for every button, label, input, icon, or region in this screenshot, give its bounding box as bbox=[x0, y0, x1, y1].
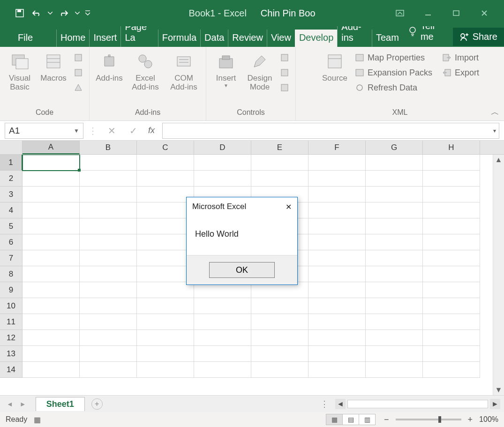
cell[interactable] bbox=[80, 298, 137, 314]
row-header-1[interactable]: 1 bbox=[0, 155, 23, 171]
row-header-10[interactable]: 10 bbox=[0, 298, 23, 314]
dialog-close-icon[interactable]: ✕ bbox=[286, 202, 292, 211]
row-header-2[interactable]: 2 bbox=[0, 171, 23, 187]
cell[interactable] bbox=[366, 218, 423, 234]
tab-team[interactable]: Team bbox=[372, 30, 403, 47]
record-macro-button[interactable] bbox=[71, 52, 85, 64]
cell[interactable] bbox=[194, 362, 251, 378]
cell[interactable] bbox=[308, 250, 366, 266]
cell[interactable] bbox=[308, 202, 366, 218]
undo-dropdown-icon[interactable] bbox=[47, 7, 53, 20]
vertical-scrollbar[interactable]: ▲ ▼ bbox=[493, 155, 504, 395]
cell[interactable] bbox=[251, 155, 308, 171]
cell[interactable] bbox=[366, 266, 423, 282]
normal-view-icon[interactable]: ▦ bbox=[326, 414, 343, 425]
ribbon-display-icon[interactable] bbox=[394, 7, 406, 19]
cell[interactable] bbox=[23, 298, 80, 314]
hscroll-track[interactable] bbox=[347, 400, 488, 408]
cell[interactable] bbox=[137, 234, 194, 250]
cell[interactable] bbox=[423, 330, 480, 346]
tab-insert[interactable]: Insert bbox=[89, 30, 120, 47]
cell[interactable] bbox=[423, 155, 480, 171]
cell[interactable] bbox=[80, 250, 137, 266]
cell[interactable] bbox=[137, 155, 194, 171]
col-header-A[interactable]: A bbox=[23, 141, 80, 154]
cell[interactable] bbox=[137, 266, 194, 282]
run-dialog-button[interactable] bbox=[278, 82, 292, 94]
cell[interactable] bbox=[80, 362, 137, 378]
split-handle-icon[interactable]: ⋮ bbox=[316, 399, 333, 409]
use-relative-button[interactable] bbox=[71, 67, 85, 79]
new-sheet-button[interactable]: + bbox=[91, 398, 103, 410]
cell[interactable] bbox=[366, 314, 423, 330]
import-button[interactable]: Import bbox=[440, 52, 481, 64]
col-header-B[interactable]: B bbox=[80, 141, 137, 154]
cell[interactable] bbox=[23, 218, 80, 234]
col-header-E[interactable]: E bbox=[251, 141, 308, 154]
refresh-data-button[interactable]: Refresh Data bbox=[353, 82, 434, 94]
cell[interactable] bbox=[423, 171, 480, 187]
cell[interactable] bbox=[366, 250, 423, 266]
zoom-slider[interactable] bbox=[396, 419, 461, 420]
cell[interactable] bbox=[423, 187, 480, 202]
cell[interactable] bbox=[137, 250, 194, 266]
cell[interactable] bbox=[366, 298, 423, 314]
row-header-14[interactable]: 14 bbox=[0, 362, 23, 378]
cell[interactable] bbox=[423, 298, 480, 314]
cell[interactable] bbox=[366, 362, 423, 378]
cell[interactable] bbox=[366, 330, 423, 346]
cell[interactable] bbox=[80, 202, 137, 218]
zoom-thumb[interactable] bbox=[438, 416, 441, 423]
row-header-8[interactable]: 8 bbox=[0, 266, 23, 282]
cell[interactable] bbox=[308, 330, 366, 346]
cell[interactable] bbox=[80, 314, 137, 330]
formula-input[interactable]: ▾ bbox=[162, 123, 499, 139]
cell[interactable] bbox=[308, 171, 366, 187]
cell[interactable] bbox=[80, 171, 137, 187]
tab-home[interactable]: Home bbox=[56, 30, 89, 47]
cell[interactable] bbox=[194, 314, 251, 330]
excel-addins-button[interactable]: Excel Add-ins bbox=[127, 50, 164, 93]
zoom-in-button[interactable]: + bbox=[466, 415, 475, 425]
cell[interactable] bbox=[251, 298, 308, 314]
row-header-4[interactable]: 4 bbox=[0, 202, 23, 218]
tab-data[interactable]: Data bbox=[200, 30, 228, 47]
com-addins-button[interactable]: COM Add-ins bbox=[165, 50, 202, 93]
properties-button[interactable] bbox=[278, 52, 292, 64]
cell[interactable] bbox=[308, 346, 366, 362]
formula-expand-icon[interactable]: ▾ bbox=[493, 127, 496, 134]
col-header-H[interactable]: H bbox=[423, 141, 480, 154]
cell[interactable] bbox=[423, 346, 480, 362]
cell[interactable] bbox=[137, 330, 194, 346]
scroll-down-icon[interactable]: ▼ bbox=[493, 385, 504, 395]
export-button[interactable]: Export bbox=[440, 67, 481, 79]
page-layout-view-icon[interactable]: ▤ bbox=[342, 414, 359, 425]
cell[interactable] bbox=[23, 362, 80, 378]
cell[interactable] bbox=[23, 266, 80, 282]
cell[interactable] bbox=[423, 282, 480, 298]
hscroll-left-icon[interactable]: ◄ bbox=[335, 399, 346, 409]
cell[interactable] bbox=[80, 218, 137, 234]
cell[interactable] bbox=[194, 298, 251, 314]
cell[interactable] bbox=[23, 187, 80, 202]
cell[interactable] bbox=[366, 202, 423, 218]
cell[interactable] bbox=[137, 187, 194, 202]
close-icon[interactable] bbox=[479, 7, 490, 19]
cell[interactable] bbox=[308, 314, 366, 330]
cell[interactable] bbox=[137, 362, 194, 378]
cell[interactable] bbox=[366, 155, 423, 171]
save-icon[interactable] bbox=[13, 7, 26, 20]
row-header-13[interactable]: 13 bbox=[0, 346, 23, 362]
select-all-corner[interactable] bbox=[0, 141, 23, 154]
addins-button[interactable]: Add-ins bbox=[93, 50, 125, 85]
tab-formulas[interactable]: Formula bbox=[158, 30, 200, 47]
share-button[interactable]: Share bbox=[453, 28, 504, 46]
cell[interactable] bbox=[308, 282, 366, 298]
cell[interactable] bbox=[308, 298, 366, 314]
cell[interactable] bbox=[23, 282, 80, 298]
cell[interactable] bbox=[366, 171, 423, 187]
cell[interactable] bbox=[251, 346, 308, 362]
dialog-titlebar[interactable]: Microsoft Excel ✕ bbox=[187, 197, 297, 216]
insert-control-button[interactable]: Insert ▼ bbox=[210, 50, 242, 90]
redo-icon[interactable] bbox=[57, 7, 70, 20]
